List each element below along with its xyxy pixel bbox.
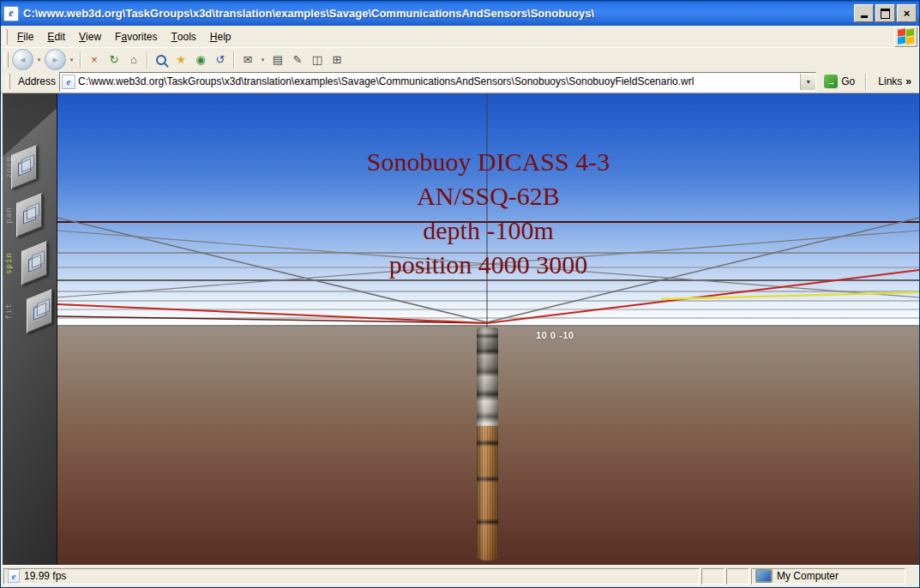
search-icon (156, 55, 166, 65)
address-label: Address (18, 75, 56, 87)
go-label: Go (841, 75, 855, 87)
tool-pan-label: pan (4, 201, 13, 230)
annotation-line-3: depth -100m (57, 213, 919, 248)
messenger-button[interactable]: ⊞ (328, 51, 346, 69)
links-button[interactable]: Links » (873, 75, 917, 87)
stop-button[interactable]: × (85, 51, 104, 69)
coordinate-label: 10 0 -10 (536, 330, 574, 340)
toolbar-separator (147, 51, 148, 69)
my-computer-icon (755, 569, 773, 583)
mail-button[interactable]: ✉ (238, 51, 257, 69)
links-chevron-icon: » (905, 75, 911, 87)
menu-tools[interactable]: Tools (164, 26, 202, 47)
scene-annotation: Sonobuoy DICASS 4-3 AN/SSQ-62B depth -10… (57, 145, 919, 282)
go-button[interactable]: → Go (820, 72, 859, 91)
links-label: Links (878, 75, 902, 87)
media-button[interactable]: ◉ (191, 51, 210, 69)
browser-window: e C:\www.web3d.org\TaskGroups\x3d\transl… (0, 0, 920, 588)
ie-icon: e (3, 6, 19, 21)
statusbar-corner (907, 568, 917, 585)
page-icon: e (62, 75, 75, 89)
status-pane-main: e 19.99 fps (3, 568, 700, 585)
toolbar-grip[interactable] (4, 52, 9, 68)
menu-favorites[interactable]: Favorites (108, 26, 164, 47)
toolbar-separator (233, 51, 235, 69)
status-pane-2 (726, 568, 749, 585)
vrml-toolbox: zoom pan spin fit (3, 93, 57, 567)
window-title: C:\www.web3d.org\TaskGroups\x3d\translat… (23, 7, 852, 20)
menubar-grip[interactable] (3, 29, 8, 45)
refresh-button[interactable]: ↻ (105, 51, 123, 69)
title-bar[interactable]: e C:\www.web3d.org\TaskGroups\x3d\transl… (1, 1, 919, 26)
windows-logo (894, 27, 917, 47)
address-bar: Address e C:\www.web3d.org\TaskGroups\x3… (1, 70, 919, 93)
address-url: C:\www.web3d.org\TaskGroups\x3d\translat… (78, 75, 800, 87)
document-icon: e (8, 569, 20, 583)
forward-dropdown[interactable]: ▼ (67, 51, 76, 69)
spin-cube-icon (28, 254, 41, 272)
discuss-button[interactable]: ◫ (308, 51, 327, 69)
tool-fit-button[interactable] (27, 289, 52, 333)
sonobuoy-upper-section (477, 327, 498, 426)
maximize-button[interactable] (875, 4, 895, 22)
annotation-line-4: position 4000 3000 (57, 248, 919, 282)
sonobuoy-lower-section (477, 426, 498, 561)
tool-spin-button[interactable] (21, 241, 47, 285)
back-dropdown[interactable]: ▼ (34, 51, 44, 69)
toolbar-separator (865, 73, 867, 90)
home-button[interactable]: ⌂ (124, 51, 143, 69)
maximize-icon (881, 9, 890, 19)
tool-fit-label: fit (4, 297, 13, 326)
toolbar: ◄ ▼ ► ▼ × ↻ ⌂ ★ ◉ ↺ ✉ ▼ ▤ ✎ ◫ ⊞ (1, 47, 919, 72)
go-icon: → (824, 75, 838, 88)
address-input[interactable]: e C:\www.web3d.org\TaskGroups\x3d\transl… (59, 72, 816, 92)
status-pane-zone: My Computer (751, 568, 905, 585)
menu-view[interactable]: View (72, 26, 108, 47)
scene-3d[interactable]: 10 0 -10 Sonobuoy DICASS 4-3 AN/SSQ-62B … (57, 93, 919, 567)
annotation-line-1: Sonobuoy DICASS 4-3 (57, 145, 919, 179)
zone-text: My Computer (777, 570, 839, 582)
mail-dropdown[interactable]: ▼ (258, 51, 268, 69)
sonobuoy-model[interactable] (477, 327, 498, 561)
forward-button[interactable]: ► (45, 49, 66, 70)
edit-button[interactable]: ✎ (288, 51, 307, 69)
annotation-line-2: AN/SSQ-62B (57, 179, 919, 213)
fps-text: 19.99 fps (24, 570, 66, 582)
history-button[interactable]: ↺ (211, 51, 230, 69)
menu-help[interactable]: Help (203, 26, 238, 47)
menu-file[interactable]: File (10, 26, 40, 47)
toolbar-separator (80, 51, 81, 69)
pan-cube-icon (23, 206, 36, 224)
addressbar-grip[interactable] (6, 74, 10, 89)
tool-zoom-button[interactable] (11, 145, 37, 189)
vrml-viewer: zoom pan spin fit (3, 93, 919, 567)
tool-pan-button[interactable] (16, 193, 42, 237)
status-pane-1 (701, 568, 725, 585)
menu-edit[interactable]: Edit (40, 26, 72, 47)
search-button[interactable] (152, 51, 171, 69)
status-bar: e 19.99 fps My Computer (1, 565, 919, 587)
minimize-icon (861, 15, 868, 18)
print-button[interactable]: ▤ (268, 51, 287, 69)
favorites-button[interactable]: ★ (171, 51, 190, 69)
tool-spin-label: spin (4, 249, 13, 278)
minimize-button[interactable] (854, 4, 874, 22)
close-button[interactable]: × (897, 4, 917, 22)
fit-cube-icon (33, 302, 46, 320)
menu-bar: File Edit View Favorites Tools Help (1, 26, 919, 48)
tool-zoom-label: zoom (4, 153, 13, 182)
zoom-cube-icon (18, 158, 31, 176)
address-dropdown[interactable]: ▼ (800, 74, 815, 90)
back-button[interactable]: ◄ (12, 49, 33, 70)
